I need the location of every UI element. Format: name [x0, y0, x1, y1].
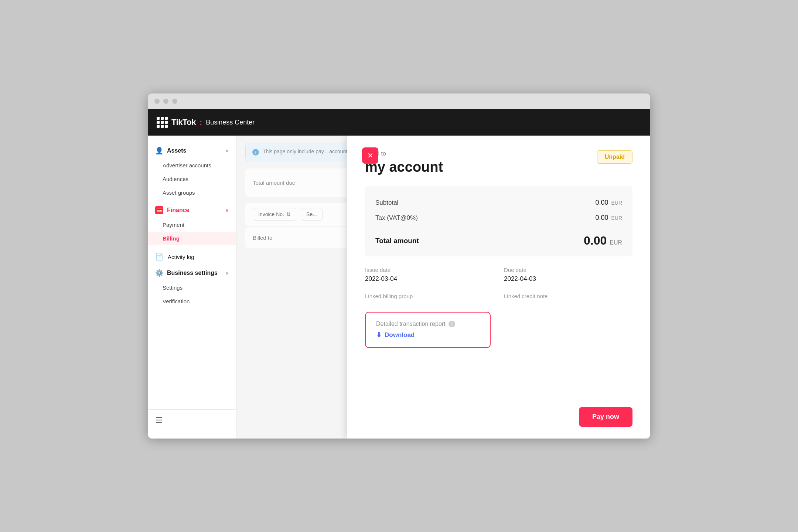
account-name: my account	[365, 159, 632, 175]
sidebar-item-verification[interactable]: Verification	[148, 294, 236, 308]
linked-billing-label: Linked billing group	[365, 293, 494, 299]
download-icon: ⬇	[376, 331, 382, 339]
traffic-light-red[interactable]	[154, 99, 160, 104]
issue-date-item: Issue date 2022-03-04	[365, 267, 494, 283]
invoice-meta: Issue date 2022-03-04 Due date 2022-04-0…	[365, 267, 632, 301]
activity-log-label: Activity log	[168, 254, 194, 260]
linked-billing-item: Linked billing group	[365, 293, 494, 301]
subtotal-label: Subtotal	[375, 199, 398, 207]
subtotal-line: Subtotal 0.00 EUR	[375, 195, 622, 210]
sidebar-item-payment[interactable]: Payment	[148, 218, 236, 232]
tax-label: Tax (VAT@0%)	[375, 214, 418, 222]
subtotal-currency: EUR	[611, 200, 622, 206]
subtotal-value-group: 0.00 EUR	[595, 199, 622, 207]
sidebar-section-business-settings: ⚙️ Business settings ∧ Settings Verifica…	[148, 265, 236, 311]
linked-credit-item: Linked credit note	[504, 293, 632, 301]
sidebar: 👤 Assets ∧ Advertiser accounts Audiences…	[148, 136, 236, 439]
app-window: TikTok : Business Center 👤 Assets ∧ Adve…	[148, 93, 650, 439]
unpaid-badge-large: Unpaid	[597, 150, 632, 164]
sidebar-business-settings-header[interactable]: ⚙️ Business settings ∧	[148, 265, 236, 281]
sidebar-section-assets: 👤 Assets ∧ Advertiser accounts Audiences…	[148, 143, 236, 202]
traffic-light-yellow[interactable]	[163, 99, 168, 104]
invoice-amounts: Subtotal 0.00 EUR Tax (VAT@0%) 0.00 EUR	[365, 186, 632, 256]
tax-currency: EUR	[611, 215, 622, 221]
total-value-group: 0.00 EUR	[584, 234, 622, 248]
billed-to-label-bg: Billed to	[253, 235, 272, 241]
total-num: 0.00	[584, 234, 607, 248]
sidebar-item-advertiser-accounts[interactable]: Advertiser accounts	[148, 158, 236, 172]
finance-label: Finance	[167, 207, 189, 214]
sidebar-item-activity-log[interactable]: 📄 Activity log	[148, 248, 236, 265]
issue-date-value: 2022-03-04	[365, 275, 494, 283]
sidebar-section-finance: 💳 Finance ∧ Payment Billing	[148, 202, 236, 248]
app-subtitle: Business Center	[206, 119, 255, 126]
linked-credit-label: Linked credit note	[504, 293, 632, 299]
tax-value-group: 0.00 EUR	[595, 214, 622, 222]
app-header: TikTok : Business Center	[148, 109, 650, 136]
invoice-sort-icon: ⇅	[286, 211, 291, 217]
sidebar-item-settings[interactable]: Settings	[148, 281, 236, 294]
app-title: TikTok	[171, 117, 196, 127]
sidebar-finance-header[interactable]: 💳 Finance ∧	[148, 202, 236, 218]
pay-now-button[interactable]: Pay now	[579, 407, 632, 427]
invoice-no-filter[interactable]: Invoice No. ⇅	[253, 208, 296, 221]
invoice-overlay: ✕ Billed to my account Unpaid Subtotal 0…	[347, 136, 650, 439]
tax-line: Tax (VAT@0%) 0.00 EUR	[375, 210, 622, 225]
total-amount-label: Total amount due	[253, 180, 295, 186]
sidebar-assets-header[interactable]: 👤 Assets ∧	[148, 143, 236, 158]
assets-chevron: ∧	[225, 148, 229, 153]
business-settings-chevron: ∧	[225, 270, 229, 276]
invoice-header-section: Billed to my account Unpaid	[365, 150, 632, 175]
sidebar-finance-title: 💳 Finance	[155, 206, 189, 214]
business-settings-label: Business settings	[167, 270, 218, 276]
sidebar-item-billing[interactable]: Billing	[148, 232, 236, 245]
traffic-light-green[interactable]	[172, 99, 177, 104]
invoice-no-label: Invoice No.	[258, 211, 284, 217]
sidebar-business-settings-title: ⚙️ Business settings	[155, 269, 218, 277]
subtotal-value: 0.00	[595, 199, 608, 207]
sidebar-assets-title: 👤 Assets	[155, 147, 186, 155]
main-content: i This page only include pay... accounts…	[236, 136, 650, 439]
transaction-report-box: Detailed transaction report ? ⬇ Download	[365, 312, 491, 348]
amount-divider	[375, 227, 622, 227]
search-filter[interactable]: Se...	[301, 208, 323, 221]
title-bar	[148, 93, 650, 109]
total-currency: EUR	[610, 239, 622, 246]
tax-value: 0.00	[595, 214, 608, 222]
app-body: 👤 Assets ∧ Advertiser accounts Audiences…	[148, 136, 650, 439]
total-line: Total amount 0.00 EUR	[375, 229, 622, 248]
close-button[interactable]: ✕	[362, 147, 378, 164]
transaction-report-text: Detailed transaction report	[376, 321, 446, 327]
transaction-info-icon: ?	[449, 321, 455, 327]
due-date-value: 2022-04-03	[504, 275, 632, 283]
finance-icon: 💳	[155, 206, 163, 214]
download-label: Download	[385, 331, 415, 339]
finance-chevron: ∧	[225, 208, 229, 213]
billed-to-text: Billed to	[365, 150, 632, 157]
grid-icon	[157, 117, 168, 128]
due-date-label: Due date	[504, 267, 632, 273]
info-icon: i	[252, 149, 259, 156]
issue-date-label: Issue date	[365, 267, 494, 273]
sidebar-item-asset-groups[interactable]: Asset groups	[148, 186, 236, 200]
app-separator: :	[200, 117, 202, 127]
sidebar-footer: ☰	[148, 409, 236, 431]
due-date-item: Due date 2022-04-03	[504, 267, 632, 283]
logo: TikTok : Business Center	[157, 117, 255, 128]
total-label: Total amount	[375, 237, 419, 245]
assets-label: Assets	[167, 147, 186, 154]
download-link[interactable]: ⬇ Download	[376, 331, 480, 339]
sidebar-item-audiences[interactable]: Audiences	[148, 172, 236, 186]
transaction-report-label: Detailed transaction report ?	[376, 321, 480, 327]
